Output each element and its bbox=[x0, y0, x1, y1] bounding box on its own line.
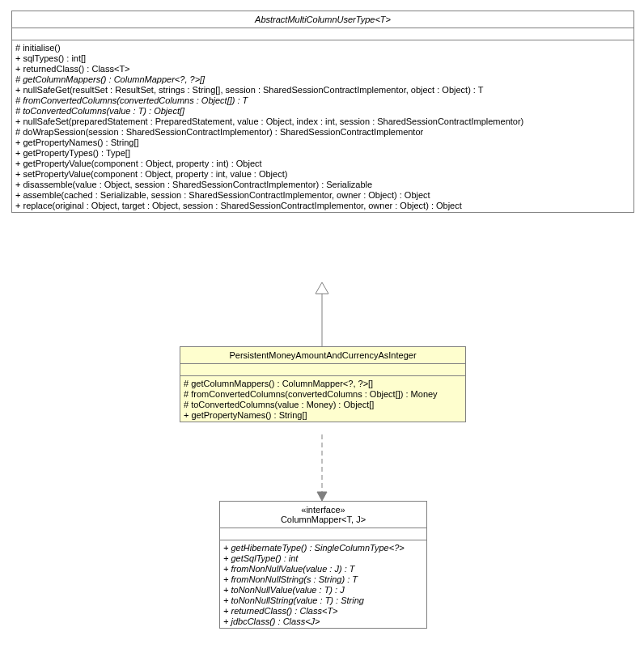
operation: + fromNonNullString(s : String) : T bbox=[223, 574, 423, 584]
operation: + nullSafeSet(preparedStatement : Prepar… bbox=[15, 116, 630, 126]
operation: + replace(original : Object, target : Ob… bbox=[15, 200, 630, 210]
operation: # fromConvertedColumns(convertedColumns … bbox=[184, 388, 462, 399]
operation: + jdbcClass() : Class<J> bbox=[223, 616, 423, 626]
class-name: ColumnMapper<T, J> bbox=[225, 515, 422, 524]
class-persistent-money: PersistentMoneyAmountAndCurrencyAsIntege… bbox=[180, 346, 466, 422]
operations-compartment: + getHibernateType() : SingleColumnType<… bbox=[220, 540, 426, 628]
dependency-arrowhead-icon bbox=[317, 492, 327, 501]
operation: # toConvertedColumns(value : T) : Object… bbox=[15, 105, 630, 116]
operation: + setPropertyValue(component : Object, p… bbox=[15, 168, 630, 179]
generalization-arrowhead-icon bbox=[316, 282, 328, 294]
operation: # initialise() bbox=[15, 42, 630, 53]
operation: + getPropertyNames() : String[] bbox=[15, 137, 630, 147]
operation: + getPropertyNames() : String[] bbox=[184, 409, 462, 420]
operation: + getHibernateType() : SingleColumnType<… bbox=[223, 542, 423, 553]
operation: + sqlTypes() : int[] bbox=[15, 53, 630, 63]
class-column-mapper: «interface» ColumnMapper<T, J> + getHibe… bbox=[219, 501, 427, 629]
operations-compartment: # getColumnMappers() : ColumnMapper<?, ?… bbox=[180, 376, 465, 422]
operation: + getSqlType() : int bbox=[223, 553, 423, 563]
operation: # getColumnMappers() : ColumnMapper<?, ?… bbox=[15, 74, 630, 84]
operations-compartment: # initialise() + sqlTypes() : int[] + re… bbox=[12, 40, 633, 212]
operation: # toConvertedColumns(value : Money) : Ob… bbox=[184, 399, 462, 409]
class-title: PersistentMoneyAmountAndCurrencyAsIntege… bbox=[180, 347, 465, 364]
stereotype: «interface» bbox=[225, 505, 422, 515]
operation: + returnedClass() : Class<T> bbox=[223, 605, 423, 616]
operation: # getColumnMappers() : ColumnMapper<?, ?… bbox=[184, 378, 462, 388]
operation: + getPropertyValue(component : Object, p… bbox=[15, 158, 630, 168]
attributes-compartment bbox=[12, 28, 633, 40]
operation: + getPropertyTypes() : Type[] bbox=[15, 147, 630, 158]
class-title: «interface» ColumnMapper<T, J> bbox=[220, 502, 426, 528]
operation: + assemble(cached : Serializable, sessio… bbox=[15, 189, 630, 200]
attributes-compartment bbox=[220, 528, 426, 540]
uml-diagram: AbstractMultiColumnUserType<T> # initial… bbox=[8, 8, 636, 653]
class-abstract-multicolumn-usertype: AbstractMultiColumnUserType<T> # initial… bbox=[11, 11, 634, 213]
operation: # doWrapSession(session : SharedSessionC… bbox=[15, 126, 630, 137]
attributes-compartment bbox=[180, 364, 465, 376]
operation: # fromConvertedColumns(convertedColumns … bbox=[15, 95, 630, 105]
operation: + toNonNullString(value : T) : String bbox=[223, 595, 423, 605]
class-title: AbstractMultiColumnUserType<T> bbox=[12, 11, 633, 28]
operation: + nullSafeGet(resultSet : ResultSet, str… bbox=[15, 84, 630, 95]
operation: + returnedClass() : Class<T> bbox=[15, 63, 630, 74]
operation: + toNonNullValue(value : T) : J bbox=[223, 584, 423, 595]
operation: + disassemble(value : Object, session : … bbox=[15, 179, 630, 189]
operation: + fromNonNullValue(value : J) : T bbox=[223, 563, 423, 574]
